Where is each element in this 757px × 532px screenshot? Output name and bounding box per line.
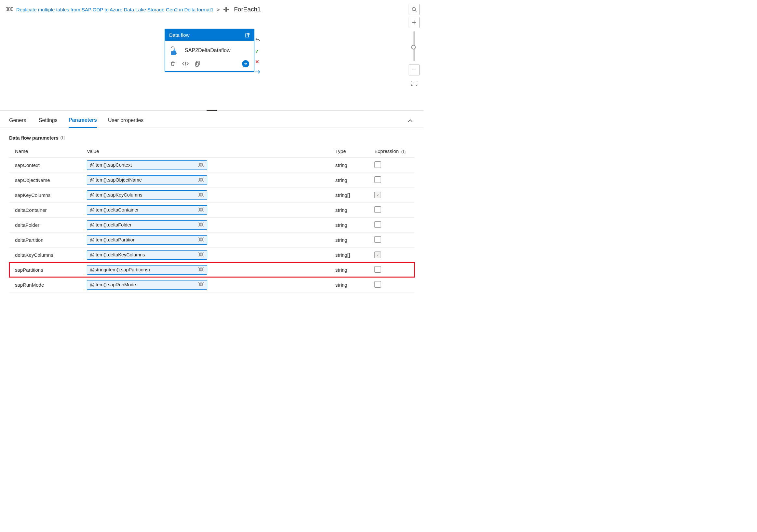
col-header-value: Value bbox=[84, 145, 333, 157]
param-value-input[interactable]: @item().deltaKeyColumns bbox=[87, 250, 207, 260]
pipeline-icon bbox=[6, 7, 13, 13]
activity-name: SAP2DeltaDataflow bbox=[185, 47, 231, 53]
param-value-input[interactable]: @item().sapObjectName bbox=[87, 175, 207, 185]
expression-checkbox[interactable] bbox=[375, 252, 381, 258]
param-value-text: @item().sapContext bbox=[90, 162, 132, 168]
svg-rect-16 bbox=[203, 193, 204, 196]
expression-builder-icon[interactable] bbox=[198, 207, 204, 213]
param-type: string[] bbox=[333, 247, 372, 262]
pane-resize-handle[interactable] bbox=[207, 110, 217, 111]
param-value-input[interactable]: @item().deltaPartition bbox=[87, 235, 207, 245]
svg-rect-15 bbox=[200, 193, 202, 196]
svg-rect-28 bbox=[203, 253, 204, 256]
expression-checkbox[interactable] bbox=[375, 161, 381, 168]
param-value-input[interactable]: @string(item().sapPartitions) bbox=[87, 265, 207, 275]
param-name: sapContext bbox=[9, 157, 84, 172]
search-canvas-button[interactable] bbox=[409, 4, 420, 15]
svg-rect-2 bbox=[12, 7, 13, 11]
expression-builder-icon[interactable] bbox=[198, 282, 204, 288]
param-name: sapKeyColumns bbox=[9, 187, 84, 203]
expression-checkbox[interactable] bbox=[375, 221, 381, 228]
svg-rect-29 bbox=[198, 268, 199, 271]
open-external-icon[interactable] bbox=[245, 33, 250, 38]
skip-arrow-icon[interactable] bbox=[255, 69, 260, 75]
expression-builder-icon[interactable] bbox=[198, 237, 204, 243]
dataflow-activity-card[interactable]: Data flow SAP2DeltaDataflow bbox=[165, 29, 255, 72]
delete-icon[interactable] bbox=[170, 61, 176, 67]
expression-checkbox[interactable] bbox=[375, 192, 381, 198]
param-value-text: @item().sapRunMode bbox=[90, 282, 136, 287]
param-value-input[interactable]: @item().sapKeyColumns bbox=[87, 190, 207, 200]
svg-rect-10 bbox=[203, 163, 204, 166]
undo-icon[interactable] bbox=[255, 38, 260, 44]
col-header-expression-text: Expression bbox=[375, 148, 399, 154]
foreach-icon bbox=[224, 7, 229, 12]
tab-settings[interactable]: Settings bbox=[39, 117, 58, 127]
table-row: sapRunMode @item().sapRunMode string bbox=[9, 277, 414, 292]
svg-rect-6 bbox=[196, 62, 198, 66]
expression-checkbox[interactable] bbox=[375, 176, 381, 183]
param-value-text: @item().deltaFolder bbox=[90, 222, 132, 228]
param-name: sapRunMode bbox=[9, 277, 84, 292]
section-title: Data flow parameters i bbox=[9, 135, 414, 141]
zoom-slider-thumb[interactable] bbox=[411, 45, 416, 49]
breadcrumb-separator: > bbox=[217, 7, 220, 12]
expression-checkbox[interactable] bbox=[375, 266, 381, 273]
fit-to-screen-button[interactable] bbox=[411, 81, 417, 87]
svg-rect-8 bbox=[198, 163, 199, 166]
param-value-input[interactable]: @item().sapRunMode bbox=[87, 280, 207, 290]
param-type: string bbox=[333, 157, 372, 172]
activity-card-header: Data flow bbox=[165, 29, 254, 41]
zoom-slider[interactable] bbox=[413, 31, 415, 61]
param-name: deltaContainer bbox=[9, 203, 84, 217]
svg-rect-17 bbox=[198, 208, 199, 211]
zoom-panel bbox=[409, 4, 420, 87]
tab-general[interactable]: General bbox=[9, 117, 28, 127]
expression-checkbox[interactable] bbox=[375, 281, 381, 288]
tab-user-properties[interactable]: User properties bbox=[108, 117, 143, 127]
table-row: sapPartitions @string(item().sapPartitio… bbox=[9, 262, 414, 277]
svg-rect-12 bbox=[200, 178, 202, 181]
svg-rect-34 bbox=[203, 283, 204, 286]
expression-builder-icon[interactable] bbox=[198, 267, 204, 273]
param-value-text: @item().sapObjectName bbox=[90, 177, 142, 182]
breadcrumb-parent-link[interactable]: Replicate multiple tables from SAP ODP t… bbox=[16, 7, 213, 12]
svg-rect-24 bbox=[200, 238, 202, 241]
info-icon[interactable]: i bbox=[61, 136, 65, 140]
expression-builder-icon[interactable] bbox=[198, 177, 204, 183]
param-value-input[interactable]: @item().sapContext bbox=[87, 160, 207, 170]
activity-status-ribbon: ✓ ✕ bbox=[255, 38, 260, 75]
svg-rect-0 bbox=[6, 7, 8, 11]
svg-rect-33 bbox=[200, 283, 202, 286]
table-row: sapKeyColumns @item().sapKeyColumns stri… bbox=[9, 187, 414, 203]
zoom-out-button[interactable] bbox=[409, 64, 420, 76]
param-value-text: @item().sapKeyColumns bbox=[90, 192, 142, 198]
success-icon: ✓ bbox=[255, 48, 260, 54]
svg-rect-21 bbox=[200, 223, 202, 226]
param-type: string bbox=[333, 203, 372, 217]
param-value-input[interactable]: @item().deltaFolder bbox=[87, 220, 207, 230]
expression-builder-icon[interactable] bbox=[198, 192, 204, 198]
copy-icon[interactable] bbox=[195, 61, 200, 67]
tab-parameters[interactable]: Parameters bbox=[69, 117, 97, 128]
expression-checkbox[interactable] bbox=[375, 236, 381, 243]
expression-builder-icon[interactable] bbox=[198, 252, 204, 258]
parameters-table: Name Value Type Expression i sapContext … bbox=[9, 145, 414, 293]
code-icon[interactable] bbox=[182, 61, 189, 66]
param-type: string bbox=[333, 232, 372, 247]
param-type: string[] bbox=[333, 187, 372, 203]
expression-checkbox[interactable] bbox=[375, 206, 381, 213]
expression-builder-icon[interactable] bbox=[198, 222, 204, 228]
run-arrow-icon[interactable] bbox=[242, 60, 249, 67]
collapse-panel-icon[interactable] bbox=[408, 118, 412, 127]
zoom-in-button[interactable] bbox=[409, 17, 420, 28]
expression-builder-icon[interactable] bbox=[198, 162, 204, 168]
table-row: sapContext @item().sapContext string bbox=[9, 157, 414, 172]
info-icon[interactable]: i bbox=[402, 150, 406, 154]
param-type: string bbox=[333, 277, 372, 292]
param-value-input[interactable]: @item().deltaContainer bbox=[87, 205, 207, 215]
param-name: deltaKeyColumns bbox=[9, 247, 84, 262]
param-name: deltaFolder bbox=[9, 217, 84, 232]
svg-rect-22 bbox=[203, 223, 204, 226]
param-value-text: @item().deltaKeyColumns bbox=[90, 252, 145, 257]
